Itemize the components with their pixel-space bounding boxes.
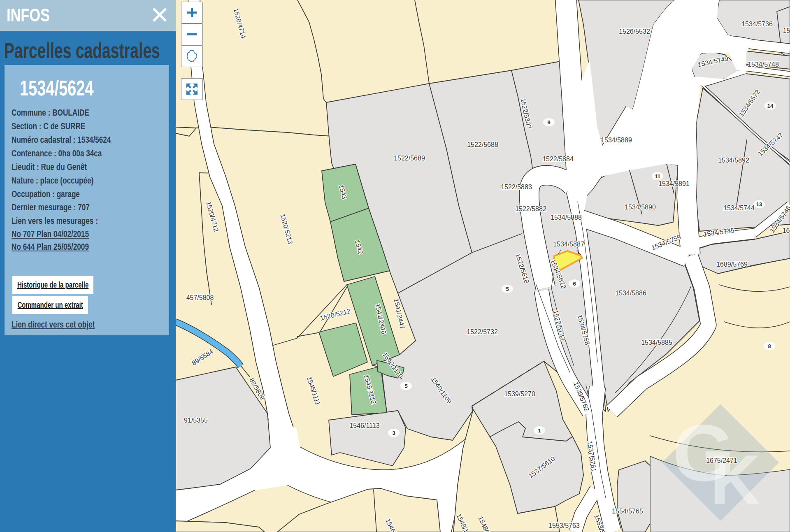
svg-text:1522/5732: 1522/5732 [467, 328, 498, 335]
svg-text:1522/5883: 1522/5883 [501, 184, 532, 190]
svg-text:1534/5748: 1534/5748 [748, 61, 779, 68]
svg-text:1534/5744: 1534/5744 [723, 204, 755, 211]
svg-text:6: 6 [573, 281, 576, 287]
svg-text:1534/5889: 1534/5889 [601, 137, 632, 144]
svg-text:1522/5884: 1522/5884 [542, 156, 574, 163]
svg-text:11: 11 [655, 173, 660, 179]
svg-text:1534/5736: 1534/5736 [741, 21, 773, 28]
svg-text:1522/5882: 1522/5882 [515, 205, 546, 212]
svg-text:1: 1 [538, 427, 541, 434]
svg-text:153: 153 [783, 27, 790, 34]
svg-text:457/5808: 457/5808 [186, 294, 214, 301]
svg-text:1534/5888: 1534/5888 [551, 214, 582, 221]
svg-text:5: 5 [506, 286, 509, 292]
svg-text:1534/5887: 1534/5887 [553, 241, 584, 248]
svg-text:1539/5270: 1539/5270 [504, 390, 535, 397]
svg-text:1534/5885: 1534/5885 [641, 339, 672, 346]
svg-text:1675/2471: 1675/2471 [706, 457, 737, 464]
svg-text:1534/5886: 1534/5886 [615, 290, 646, 297]
svg-text:168: 168 [783, 227, 790, 234]
svg-text:1554/5765: 1554/5765 [612, 508, 643, 515]
svg-text:91/5355: 91/5355 [184, 417, 208, 424]
svg-text:9: 9 [547, 119, 550, 125]
svg-text:14: 14 [767, 103, 774, 109]
svg-text:1522/5689: 1522/5689 [394, 155, 425, 162]
svg-text:13: 13 [756, 201, 762, 207]
svg-text:8: 8 [768, 343, 771, 349]
svg-text:1534/5892: 1534/5892 [718, 157, 749, 164]
svg-text:1526/5532: 1526/5532 [619, 28, 650, 35]
svg-text:1522/5688: 1522/5688 [467, 141, 498, 148]
svg-text:1534/5891: 1534/5891 [658, 180, 690, 187]
svg-text:1689/5769: 1689/5769 [716, 261, 748, 268]
svg-text:1553/5763: 1553/5763 [548, 522, 580, 529]
svg-text:1546/1113: 1546/1113 [349, 422, 379, 429]
svg-text:3: 3 [392, 430, 395, 436]
svg-text:5: 5 [404, 383, 407, 389]
svg-text:1534/5890: 1534/5890 [625, 204, 656, 211]
svg-text:K: K [710, 441, 761, 519]
